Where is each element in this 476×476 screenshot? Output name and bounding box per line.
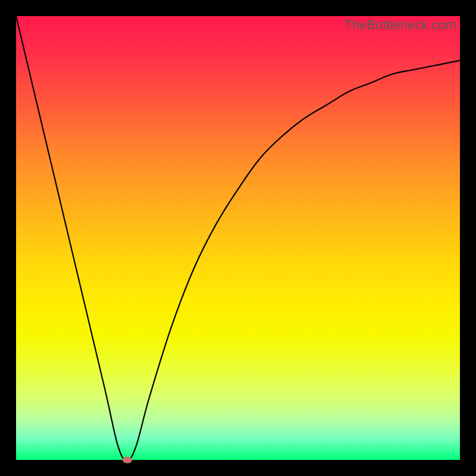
minimum-marker [123,457,132,464]
chart-container: TheBottleneck.com [0,0,476,476]
curve-svg [16,16,460,460]
watermark-text: TheBottleneck.com [345,17,456,33]
bottleneck-curve [16,16,460,460]
plot-area: TheBottleneck.com [16,16,460,460]
